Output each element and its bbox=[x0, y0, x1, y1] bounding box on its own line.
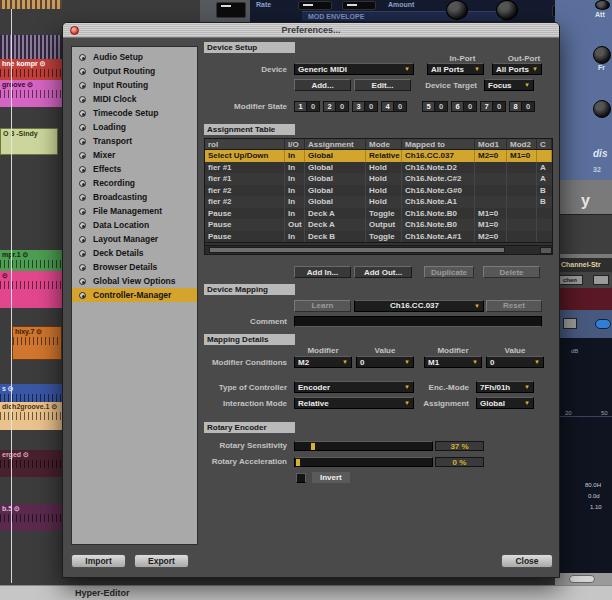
track-region-red[interactable]: hne kompr ⊙ bbox=[0, 59, 62, 80]
interaction-mode-select[interactable]: Relative▼ bbox=[294, 397, 414, 409]
sidebar-item-output-routing[interactable]: Output Routing bbox=[72, 64, 197, 78]
rotary-sensitivity-slider[interactable] bbox=[294, 441, 433, 451]
learn-button[interactable]: Learn bbox=[294, 300, 351, 312]
playhead-line bbox=[11, 9, 12, 583]
mapped-control-select[interactable]: Ch16.CC.037▼ bbox=[354, 300, 484, 312]
waveform bbox=[0, 69, 62, 77]
modifier-state-3: 30 bbox=[352, 101, 378, 112]
dialog-titlebar[interactable]: Preferences... bbox=[63, 23, 559, 38]
synth-knob[interactable] bbox=[593, 100, 611, 118]
out-port-select[interactable]: All Ports▼ bbox=[492, 63, 542, 75]
window-behind: y bbox=[555, 180, 612, 258]
add-device-button[interactable]: Add... bbox=[294, 79, 351, 91]
link-button[interactable] bbox=[595, 319, 611, 329]
edit-device-button[interactable]: Edit... bbox=[354, 79, 411, 91]
assignment-select[interactable]: Global▼ bbox=[476, 397, 534, 409]
table-row[interactable]: fier #2InGlobalHoldCh16.Note.A1B bbox=[205, 196, 552, 208]
enc-mode-select[interactable]: 7Fh/01h▼ bbox=[476, 381, 534, 393]
in-port-select[interactable]: All Ports▼ bbox=[427, 63, 484, 75]
track-region-maroon[interactable]: erged ⊙ bbox=[0, 450, 62, 477]
scrollbar-thumb[interactable] bbox=[209, 247, 505, 253]
synth-knob[interactable] bbox=[593, 46, 611, 64]
sidebar-item-input-routing[interactable]: Input Routing bbox=[72, 78, 197, 92]
track-region-peach[interactable]: dich2groove.1 ⊙ bbox=[0, 402, 62, 430]
eq-gain-value: 0.0d bbox=[588, 493, 600, 499]
sidebar-item-browser-details[interactable]: Browser Details bbox=[72, 260, 197, 274]
sidebar-item-transport[interactable]: Transport bbox=[72, 134, 197, 148]
wrench-icon[interactable] bbox=[563, 318, 577, 329]
synth-knob[interactable] bbox=[446, 0, 468, 20]
invert-checkbox[interactable] bbox=[296, 473, 306, 483]
duplicate-button[interactable]: Duplicate bbox=[424, 266, 474, 278]
sidebar-item-loading[interactable]: Loading bbox=[72, 120, 197, 134]
sidebar-item-mixer[interactable]: Mixer bbox=[72, 148, 197, 162]
table-row[interactable]: PauseOutDeck AOutputCh16.Note.B0M1=0 bbox=[205, 219, 552, 231]
export-button[interactable]: Export bbox=[134, 554, 189, 568]
add-in-button[interactable]: Add In... bbox=[294, 266, 351, 278]
synth-slider[interactable] bbox=[298, 1, 332, 10]
library-title-fragment: y bbox=[581, 192, 590, 210]
sidebar-item-audio-setup[interactable]: Audio Setup bbox=[72, 50, 197, 64]
preferences-sidebar: Audio Setup Output Routing Input Routing… bbox=[71, 46, 198, 545]
synth-slider[interactable] bbox=[342, 1, 376, 10]
track-region-green[interactable]: mpr.1 ⊙ bbox=[0, 250, 62, 271]
rotary-acceleration-slider[interactable] bbox=[294, 457, 433, 467]
sidebar-item-recording[interactable]: Recording bbox=[72, 176, 197, 190]
track-region-violet[interactable]: b.5 ⊙ bbox=[0, 504, 62, 531]
sidebar-item-effects[interactable]: Effects bbox=[72, 162, 197, 176]
table-row[interactable]: Select Up/DownInGlobalRelativeCh16.CC.03… bbox=[205, 150, 552, 162]
track-region-pink[interactable]: ⊙ bbox=[0, 271, 62, 308]
synth-slider[interactable] bbox=[216, 2, 246, 18]
synth-knob[interactable] bbox=[496, 0, 518, 20]
table-row[interactable]: fier #2InGlobalHoldCh16.Note.G#0B bbox=[205, 185, 552, 197]
sidebar-item-deck-details[interactable]: Deck Details bbox=[72, 246, 197, 260]
eq-plugin-display: dB 20 50 80.0H 0.0d 1.10 bbox=[555, 338, 612, 573]
scrollbar-horizontal[interactable] bbox=[555, 573, 612, 585]
value1-select[interactable]: 0▼ bbox=[356, 356, 414, 368]
sidebar-item-midi-clock[interactable]: MIDI Clock bbox=[72, 92, 197, 106]
table-row[interactable]: PauseInDeck BToggleCh16.Note.A#1M2=0 bbox=[205, 231, 552, 243]
radio-icon bbox=[79, 180, 86, 187]
scrollbar-thumb[interactable] bbox=[569, 575, 595, 583]
modifier1-select[interactable]: M2▼ bbox=[294, 356, 352, 368]
modifier2-select[interactable]: M1▼ bbox=[424, 356, 482, 368]
track-region-magenta[interactable]: groove ⊙ bbox=[0, 80, 62, 107]
track-region-blue[interactable]: s ⊙ bbox=[0, 384, 62, 402]
slider-thumb[interactable] bbox=[311, 443, 315, 450]
reset-button[interactable]: Reset bbox=[486, 300, 542, 312]
close-window-button[interactable] bbox=[70, 26, 79, 35]
sidebar-item-data-location[interactable]: Data Location bbox=[72, 218, 197, 232]
table-row[interactable]: fier #1InGlobalHoldCh16.Note.D2A bbox=[205, 162, 552, 174]
clip-sindy[interactable]: O 3 -Sindy bbox=[0, 128, 58, 155]
chen-button[interactable]: chen bbox=[557, 275, 583, 285]
device-target-select[interactable]: Focus▼ bbox=[484, 79, 534, 91]
sidebar-item-broadcasting[interactable]: Broadcasting bbox=[72, 190, 197, 204]
sidebar-item-controller-manager[interactable]: Controller-Manager bbox=[72, 288, 197, 302]
close-button[interactable]: Close bbox=[501, 554, 553, 568]
clip-orange[interactable]: hixy.7 ⊙ bbox=[12, 326, 62, 360]
table-row[interactable]: fier #1InGlobalHoldCh16.Note.C#2A bbox=[205, 173, 552, 185]
table-scrollbar[interactable] bbox=[205, 245, 552, 254]
sidebar-item-layout-manager[interactable]: Layout Manager bbox=[72, 232, 197, 246]
add-out-button[interactable]: Add Out... bbox=[354, 266, 412, 278]
sidebar-item-global-view-options[interactable]: Global View Options bbox=[72, 274, 197, 288]
synth-knob[interactable] bbox=[595, 0, 610, 10]
waveform bbox=[0, 412, 62, 420]
sidebar-item-file-management[interactable]: File Management bbox=[72, 204, 197, 218]
slider-thumb[interactable] bbox=[296, 459, 300, 466]
comment-input[interactable] bbox=[294, 316, 542, 327]
value2-select[interactable]: 0▼ bbox=[486, 356, 544, 368]
device-select[interactable]: Generic MIDI▼ bbox=[294, 63, 414, 75]
radio-icon bbox=[79, 222, 86, 229]
type-of-controller-select[interactable]: Encoder▼ bbox=[294, 381, 414, 393]
delete-button[interactable]: Delete bbox=[483, 266, 540, 278]
mod-envelope-bar: MOD ENVELOPE bbox=[302, 11, 502, 21]
eq-q-value: 1.10 bbox=[590, 504, 602, 510]
chevron-down-icon: ▼ bbox=[534, 359, 540, 365]
table-row[interactable]: PauseInDeck AToggleCh16.Note.B0M1=0 bbox=[205, 208, 552, 220]
import-button[interactable]: Import bbox=[71, 554, 126, 568]
arrow-button[interactable] bbox=[593, 275, 609, 285]
radio-icon bbox=[79, 292, 86, 299]
sidebar-item-timecode-setup[interactable]: Timecode Setup bbox=[72, 106, 197, 120]
device-target-label: Device Target bbox=[411, 81, 484, 90]
